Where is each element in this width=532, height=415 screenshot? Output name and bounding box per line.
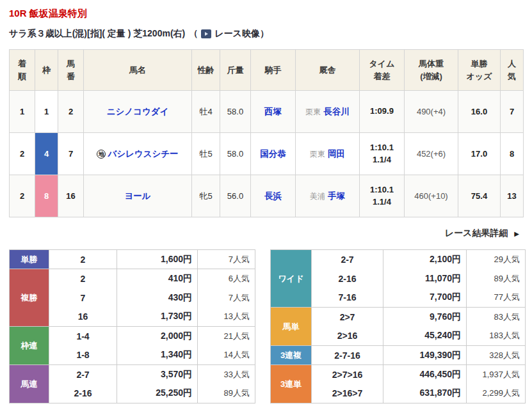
payout-combination-cell: 2-7 bbox=[312, 250, 383, 269]
results-header-cell: 性齢 bbox=[192, 50, 220, 91]
jockey-cell: 長浜 bbox=[251, 175, 296, 217]
page-title: 10R 飯坂温泉特別 bbox=[9, 8, 523, 20]
payout-combination-cell: 2>7>16 bbox=[312, 365, 383, 384]
payout-left-tbody: 単勝21,600円7人気複勝2410円6人気7430円7人気161,730円13… bbox=[10, 250, 255, 403]
results-row: 2816ヨール牝556.0長浜美浦手塚1:10.11.1/4460(+10)75… bbox=[10, 175, 524, 217]
carried-weight-cell: 58.0 bbox=[220, 133, 251, 175]
payout-row: 3連単2>7>16446,450円1,937人気 bbox=[271, 365, 526, 384]
payout-popularity-cell: 83人気 bbox=[467, 308, 526, 327]
favorite-rank-cell: 8 bbox=[501, 133, 524, 175]
video-play-icon bbox=[201, 29, 211, 38]
payout-type-header: 馬単 bbox=[271, 308, 312, 346]
results-header-cell: タイム着差 bbox=[360, 50, 405, 91]
payout-popularity-cell: 7人気 bbox=[198, 250, 255, 269]
results-header-row: 着順枠馬番馬名性齢斤量騎手厩舎タイム着差馬体重(増減)単勝オッズ人気 bbox=[10, 50, 524, 91]
jockey-link[interactable]: 長浜 bbox=[264, 191, 282, 201]
finish-order-cell: 2 bbox=[10, 133, 35, 175]
race-video-group: （ レース映像 ） bbox=[189, 28, 269, 40]
trainer-link[interactable]: 手塚 bbox=[328, 191, 345, 201]
trainer-link[interactable]: 岡田 bbox=[328, 149, 345, 159]
payout-popularity-cell: 13人気 bbox=[198, 308, 255, 327]
finish-order-cell: 1 bbox=[10, 91, 35, 133]
payout-combination-cell: 2-16 bbox=[312, 269, 383, 288]
results-header-cell: 馬名 bbox=[84, 50, 192, 91]
payout-row: 馬単2>79,760円83人気 bbox=[271, 308, 526, 327]
payout-amount-cell: 2,000円 bbox=[117, 327, 198, 346]
payout-row: 3連複2-7-16149,390円328人気 bbox=[271, 346, 526, 365]
time-margin-cell: 1:09.9 bbox=[360, 91, 405, 133]
race-video-link[interactable]: レース映像 bbox=[214, 28, 260, 40]
horse-name-cell: ヨール bbox=[84, 175, 192, 217]
payout-combination-cell: 2 bbox=[49, 250, 117, 269]
time-margin-cell: 1:10.11.1/4 bbox=[360, 133, 405, 175]
payout-row: ワイド2-72,100円29人気 bbox=[271, 250, 526, 269]
stable-cell: 栗東岡田 bbox=[296, 133, 360, 175]
payout-amount-cell: 410円 bbox=[117, 269, 198, 288]
payout-amount-cell: 25,250円 bbox=[117, 384, 198, 403]
results-header-cell: 馬体重(増減) bbox=[405, 50, 458, 91]
finish-order-cell: 2 bbox=[10, 175, 35, 217]
payout-section: 単勝21,600円7人気複勝2410円6人気7430円7人気161,730円13… bbox=[9, 249, 523, 403]
payout-amount-cell: 7,700円 bbox=[383, 288, 467, 308]
race-result-detail-link[interactable]: レース結果詳細 ▶ bbox=[445, 228, 519, 238]
payout-popularity-cell: 1,937人気 bbox=[467, 365, 526, 384]
payout-popularity-cell: 6人気 bbox=[198, 269, 255, 288]
payout-combination-cell: 1-4 bbox=[49, 327, 117, 346]
payout-type-header: 複勝 bbox=[10, 269, 49, 327]
payout-type-header: 枠連 bbox=[10, 327, 49, 365]
horse-name-link[interactable]: バシレウスシチー bbox=[108, 149, 178, 159]
payout-amount-cell: 2,100円 bbox=[383, 250, 467, 269]
payout-row: 枠連1-42,000円21人気 bbox=[10, 327, 255, 346]
paren-open: （ bbox=[189, 28, 198, 40]
payout-type-header: ワイド bbox=[271, 250, 312, 308]
jockey-cell: 西塚 bbox=[251, 91, 296, 133]
payout-combination-cell: 2-7 bbox=[49, 365, 117, 384]
horse-name-link[interactable]: ニシノコウダイ bbox=[107, 107, 169, 116]
jockey-link[interactable]: 国分恭 bbox=[260, 149, 286, 159]
payout-popularity-cell: 89人気 bbox=[198, 384, 255, 403]
payout-amount-cell: 446,450円 bbox=[383, 365, 467, 384]
carried-weight-cell: 58.0 bbox=[220, 91, 251, 133]
horse-number-cell: 2 bbox=[58, 91, 84, 133]
race-conditions-text: サラ系３歳以上(混)[指]( 定量 ) 芝1200m(右) bbox=[9, 28, 185, 40]
trainer-link[interactable]: 長谷川 bbox=[323, 107, 350, 116]
win-odds-cell: 75.4 bbox=[458, 175, 501, 217]
payout-combination-cell: 7-16 bbox=[312, 288, 383, 308]
results-header-cell: 人気 bbox=[501, 50, 524, 91]
payout-amount-cell: 45,240円 bbox=[383, 327, 467, 346]
results-row: 247地バシレウスシチー牡558.0国分恭栗東岡田1:10.11.1/4452(… bbox=[10, 133, 524, 175]
win-odds-cell: 17.0 bbox=[458, 133, 501, 175]
payout-popularity-cell: 183人気 bbox=[467, 327, 526, 346]
payout-table-left: 単勝21,600円7人気複勝2410円6人気7430円7人気161,730円13… bbox=[9, 249, 255, 403]
payout-popularity-cell: 2,299人気 bbox=[467, 384, 526, 403]
payout-row: 複勝2410円6人気 bbox=[10, 269, 255, 288]
horse-number-cell: 7 bbox=[58, 133, 84, 175]
payout-combination-cell: 2 bbox=[49, 269, 117, 288]
payout-popularity-cell: 77人気 bbox=[467, 288, 526, 308]
results-header-cell: 斤量 bbox=[220, 50, 251, 91]
body-weight-cell: 490(+4) bbox=[405, 91, 458, 133]
frame-number-cell: 4 bbox=[35, 133, 58, 175]
horse-name-link[interactable]: ヨール bbox=[124, 191, 150, 201]
payout-popularity-cell: 14人気 bbox=[198, 346, 255, 365]
payout-right-tbody: ワイド2-72,100円29人気2-1611,070円89人気7-167,700… bbox=[271, 250, 526, 403]
win-odds-cell: 16.0 bbox=[458, 91, 501, 133]
payout-row: 単勝21,600円7人気 bbox=[10, 250, 255, 269]
payout-popularity-cell: 7人気 bbox=[198, 288, 255, 308]
favorite-rank-cell: 7 bbox=[501, 91, 524, 133]
paren-close: ） bbox=[260, 28, 269, 40]
payout-type-header: 馬連 bbox=[10, 365, 49, 403]
jockey-link[interactable]: 西塚 bbox=[264, 107, 282, 116]
frame-number-cell: 1 bbox=[35, 91, 58, 133]
stable-region-label: 栗東 bbox=[305, 107, 321, 116]
payout-amount-cell: 1,730円 bbox=[117, 308, 198, 327]
horse-name-cell: ニシノコウダイ bbox=[84, 91, 192, 133]
payout-amount-cell: 149,390円 bbox=[383, 346, 467, 365]
payout-amount-cell: 9,760円 bbox=[383, 308, 467, 327]
payout-popularity-cell: 33人気 bbox=[198, 365, 255, 384]
stable-region-label: 栗東 bbox=[310, 150, 325, 159]
sex-age-cell: 牝5 bbox=[192, 175, 220, 217]
payout-combination-cell: 2>16 bbox=[312, 327, 383, 346]
payout-combination-cell: 7 bbox=[49, 288, 117, 308]
race-conditions: サラ系３歳以上(混)[指]( 定量 ) 芝1200m(右) （ レース映像 ） bbox=[9, 28, 523, 40]
